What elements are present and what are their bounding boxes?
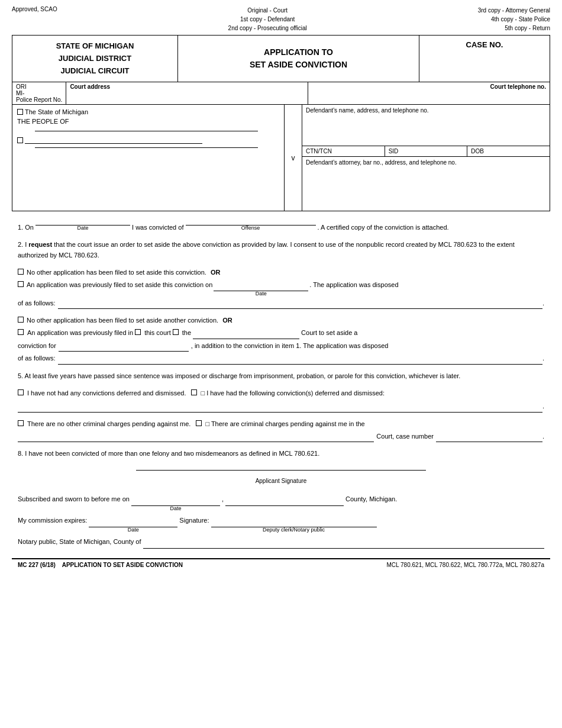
item6-checkbox-a[interactable] (18, 389, 24, 395)
applicant-sig-label: Applicant Signature (136, 478, 426, 484)
item4-court-suffix: Court to set aside a (301, 327, 357, 339)
item1-middle: I was convicted of (132, 224, 183, 231)
party-section: The State of Michigan THE PEOPLE OF v De… (12, 105, 550, 211)
item3-follows-label: of as follows: (18, 298, 56, 309)
item4-prev-filed-label: An application was previously filed in (27, 327, 133, 339)
attorney-label: Defendant's attorney, bar no., address, … (306, 159, 546, 166)
item3-line1: No other application has been filed to s… (18, 267, 544, 278)
item6-checkbox-b[interactable] (191, 389, 197, 395)
item1-offense-field[interactable] (186, 214, 316, 226)
item7-b-label: □ There are criminal charges pending aga… (205, 418, 364, 430)
item-8: 8. I have not been convicted of more tha… (18, 448, 544, 459)
item3-disposed-label: . The application was disposed (309, 279, 398, 291)
approved-label: Approved, SCAO (12, 6, 57, 33)
notary-county-field[interactable] (143, 535, 545, 549)
item3-or-label: OR (211, 267, 221, 278)
defendant-checkbox[interactable] (17, 137, 23, 143)
commission-row: My commission expires: Date Signature: D… (18, 514, 544, 533)
item5-text: 5. At least five years have passed since… (18, 372, 460, 379)
case-no-label: CASE NO. (425, 40, 544, 49)
ori-cell: ORI MI- Police Report No. (12, 82, 66, 104)
ori-row: ORI MI- Police Report No. Court address … (12, 82, 550, 105)
item-3: No other application has been filed to s… (18, 267, 544, 309)
item4-conviction-field[interactable] (59, 340, 189, 352)
item7-a-label: There are no other criminal charges pend… (27, 418, 190, 430)
form-date: (6/18) (40, 562, 56, 568)
sig-line[interactable] (136, 470, 426, 478)
item1-date-field[interactable] (35, 214, 130, 226)
item1-date-label: Date (35, 226, 130, 231)
commission-sig-field[interactable] (211, 514, 377, 527)
item4-the-label: the (182, 327, 191, 339)
item4-the-checkbox[interactable] (173, 329, 179, 335)
item6-field-row: . (18, 401, 544, 413)
sig-wrap: Applicant Signature (136, 470, 426, 484)
def-attorney: Defendant's attorney, bar no., address, … (302, 157, 550, 211)
commission-date-field[interactable] (89, 514, 177, 527)
form-title-footer: APPLICATION TO SET ASIDE CONVICTION (62, 562, 183, 568)
item4-follows-field[interactable] (58, 353, 542, 365)
item4-line1: No other application has been filed to s… (18, 315, 544, 326)
item7-court-label: Court, case number (376, 431, 434, 442)
subscribed-date-field[interactable] (131, 492, 220, 506)
state-checkbox[interactable] (17, 109, 23, 115)
item4-checkbox-b[interactable] (18, 329, 24, 335)
item3-date-field[interactable] (214, 279, 308, 291)
court-address-label: Court address (70, 83, 110, 90)
court-tel-cell: Court telephone no. (308, 82, 550, 104)
defendant-info-label: Defendant's name, address, and telephone… (306, 107, 546, 114)
item7-field-row: Court, case number . (18, 431, 544, 443)
item4-follows-label: of as follows: (18, 353, 56, 364)
item4-checkbox-a[interactable] (18, 317, 24, 323)
dob-cell: DOB (467, 146, 550, 156)
v-separator: v (285, 105, 302, 211)
item4-line2: An application was previously filed in t… (18, 327, 544, 339)
commission-sig-label: Deputy clerk/Notary public (211, 527, 377, 533)
subscribed-county-field[interactable] (225, 492, 344, 506)
item7-checkbox-b[interactable] (196, 420, 202, 426)
item-4: No other application has been filed to s… (18, 315, 544, 365)
item1-suffix: . A certified copy of the conviction is … (318, 224, 449, 231)
court-identifier: STATE OF MICHIGAN JUDICIAL DISTRICT JUDI… (12, 36, 178, 82)
item4-this-court-checkbox[interactable] (135, 329, 141, 335)
subscribed-comma: , (222, 492, 224, 505)
form-number: MC 227 (18, 562, 38, 568)
v-label: v (292, 154, 295, 162)
ctn-row: CTN/TCN SID DOB (302, 146, 550, 157)
item3-checkbox-b[interactable] (18, 281, 24, 287)
item3-date-label: Date (214, 291, 308, 297)
item3-follows-field[interactable] (58, 298, 542, 310)
item7-row: There are no other criminal charges pend… (18, 418, 544, 430)
item6-deferred-field[interactable] (18, 401, 542, 413)
form-title-header: APPLICATION TO SET ASIDE CONVICTION (178, 36, 419, 82)
item4-addition-label: , in addition to the conviction in item … (191, 340, 389, 352)
item1-prefix: 1. On (18, 224, 34, 231)
header-box: STATE OF MICHIGAN JUDICIAL DISTRICT JUDI… (12, 35, 550, 82)
state-check-row: The State of Michigan (17, 108, 279, 115)
state-label: STATE OF MICHIGAN (18, 40, 172, 53)
item7-court-field[interactable] (18, 431, 374, 443)
mi-label: MI- (16, 90, 24, 96)
item7-case-no-field[interactable] (436, 431, 542, 443)
subscribed-prefix: Subscribed and sworn to before me on (18, 492, 130, 505)
subscribed-section: Subscribed and sworn to before me on Dat… (12, 489, 550, 552)
item-7: There are no other criminal charges pend… (18, 418, 544, 442)
item4-court-name-field[interactable] (193, 327, 299, 339)
item3-line3: of as follows: . (18, 298, 544, 310)
item6-b-label: □ I have had the following conviction(s)… (201, 388, 385, 399)
party-left: The State of Michigan THE PEOPLE OF (12, 105, 285, 211)
item7-checkbox-a[interactable] (18, 420, 24, 426)
item7-period: . (542, 431, 544, 442)
item-2: 2. I request that the court issue an ord… (18, 239, 544, 261)
subscribed-date-label: Date (131, 506, 220, 511)
app-title-line2: SET ASIDE CONVICTION (250, 59, 347, 71)
item1-date-wrap: Date (35, 214, 130, 231)
signature-area: Applicant Signature (18, 470, 544, 484)
defendant-name-line (25, 136, 202, 144)
court-tel-label: Court telephone no. (490, 83, 546, 90)
commission-sig-prefix: Signature: (179, 514, 209, 527)
item3-no-app-label: No other application has been filed to s… (27, 267, 206, 278)
commission-date-wrap: Date (89, 514, 177, 533)
item3-checkbox-a[interactable] (18, 269, 24, 275)
mcl-refs: MCL 780.621, MCL 780.622, MCL 780.772a, … (387, 562, 544, 568)
